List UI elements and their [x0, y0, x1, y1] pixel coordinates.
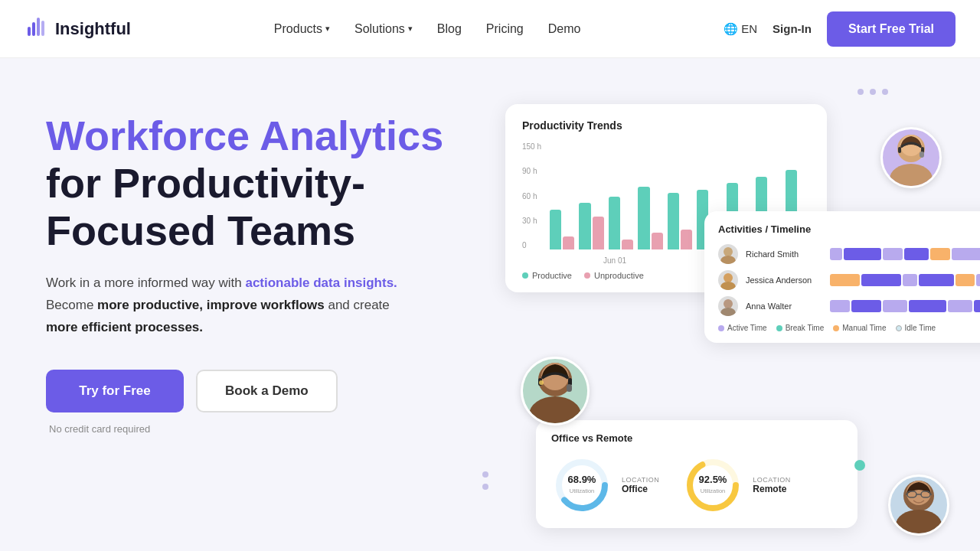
- remote-location-name: Remote: [753, 484, 790, 494]
- remote-gauge-svg: 92.5% Utilization: [682, 455, 743, 516]
- svg-rect-0: [28, 27, 31, 36]
- bar-unproductive: [593, 217, 604, 249]
- start-free-trial-button[interactable]: Start Free Trial: [827, 11, 956, 47]
- legend-manual: Manual Time: [833, 324, 886, 332]
- y-label: 30 h: [522, 217, 541, 225]
- bar-productive: [550, 210, 561, 249]
- svg-rect-1: [32, 22, 35, 36]
- bar-productive: [638, 187, 649, 249]
- office-location-label: LOCATION: [622, 476, 659, 484]
- office-gauges: 68.9% Utilization LOCATION Office 92.5% …: [551, 455, 842, 516]
- avatar: [718, 244, 738, 264]
- dot: [882, 89, 888, 95]
- svg-text:92.5%: 92.5%: [699, 474, 727, 485]
- y-label: 150 h: [522, 142, 541, 151]
- logo-text: Insightful: [55, 19, 131, 39]
- office-gauge-svg: 68.9% Utilization: [551, 455, 612, 516]
- svg-text:Utilization: Utilization: [701, 487, 726, 494]
- hero-buttons: Try for Free Book a Demo: [46, 370, 490, 412]
- logo[interactable]: Insightful: [24, 15, 131, 44]
- bar-productive: [668, 193, 679, 249]
- avatar-mid-left: [521, 357, 590, 425]
- nav-products[interactable]: Products ▾: [274, 22, 330, 36]
- legend-productive: Productive: [522, 271, 572, 280]
- bar-group: [579, 203, 603, 249]
- lang-label: EN: [741, 22, 757, 35]
- dot: [870, 89, 876, 95]
- office-vs-remote-card: Office vs Remote 68.9% Utilization LOCAT…: [536, 420, 858, 528]
- hero-left: Workforce Analytics for Productivity- Fo…: [46, 104, 490, 435]
- avatar-bottom-right: [888, 474, 949, 536]
- bar-group: [550, 210, 574, 249]
- legend-unproductive: Unproductive: [584, 271, 644, 280]
- book-demo-button[interactable]: Book a Demo: [196, 370, 338, 412]
- svg-point-10: [724, 247, 733, 256]
- hero-title: Workforce Analytics for Productivity- Fo…: [46, 112, 490, 254]
- remote-gauge: 92.5% Utilization LOCATION Remote: [682, 455, 790, 516]
- nav-pricing[interactable]: Pricing: [486, 22, 524, 36]
- office-remote-title: Office vs Remote: [551, 432, 842, 444]
- hero-section: Workforce Analytics for Productivity- Fo…: [0, 58, 980, 551]
- y-label: 60 h: [522, 192, 541, 201]
- legend-active: Active Time: [718, 324, 767, 332]
- timeline-bar: [830, 248, 980, 260]
- x-label: Jun 01: [603, 256, 626, 265]
- svg-point-22: [539, 380, 544, 385]
- nav-solutions[interactable]: Solutions ▾: [354, 22, 413, 36]
- table-row: Anna Walter: [718, 296, 980, 316]
- office-info: LOCATION Office: [622, 476, 659, 494]
- svg-rect-21: [567, 384, 572, 392]
- user-name: Jessica Anderson: [746, 276, 822, 285]
- idle-dot: [896, 325, 902, 331]
- svg-text:68.9%: 68.9%: [568, 474, 596, 485]
- trends-title: Productivity Trends: [522, 119, 810, 132]
- legend-idle: Idle Time: [896, 324, 936, 332]
- chevron-down-icon: ▾: [408, 24, 413, 34]
- table-row: Jessica Anderson: [718, 270, 980, 290]
- timeline-bar: [830, 274, 980, 286]
- svg-text:Utilization: Utilization: [570, 487, 595, 494]
- teal-accent-dot: [854, 460, 865, 471]
- idle-label: Idle Time: [905, 324, 936, 332]
- timeline-bar: [830, 300, 980, 312]
- active-label: Active Time: [727, 324, 767, 332]
- break-dot: [776, 325, 782, 331]
- y-axis-labels: 150 h 90 h 60 h 30 h 0: [522, 142, 541, 249]
- avatar: [718, 296, 738, 316]
- unproductive-dot: [584, 272, 590, 279]
- office-gauge: 68.9% Utilization LOCATION Office: [551, 455, 659, 516]
- nav-demo[interactable]: Demo: [548, 22, 581, 36]
- chevron-down-icon: ▾: [325, 24, 330, 34]
- try-for-free-button[interactable]: Try for Free: [46, 370, 184, 412]
- svg-point-14: [724, 299, 733, 308]
- user-name: Anna Walter: [746, 302, 822, 311]
- svg-point-15: [720, 308, 736, 316]
- y-label: 90 h: [522, 167, 541, 175]
- hero-right: Productivity Trends 150 h 90 h 60 h 30 h…: [490, 104, 934, 551]
- dot: [482, 471, 488, 478]
- avatar-top-right: [880, 127, 942, 188]
- svg-point-12: [724, 273, 733, 282]
- language-selector[interactable]: 🌐 EN: [724, 22, 757, 36]
- bar-unproductive: [563, 236, 574, 249]
- nav-links: Products ▾ Solutions ▾ Blog Pricing Demo: [274, 22, 581, 36]
- bar-productive: [579, 203, 590, 249]
- signin-link[interactable]: Sign-In: [773, 22, 812, 35]
- dot: [858, 89, 864, 95]
- nav-blog[interactable]: Blog: [437, 22, 462, 36]
- svg-point-11: [720, 256, 736, 264]
- timeline-legend: Active Time Break Time Manual Time Idle …: [718, 324, 980, 332]
- legend-break: Break Time: [776, 324, 825, 332]
- bar-group: [609, 197, 633, 249]
- globe-icon: 🌐: [724, 22, 738, 36]
- timeline-rows: Richard Smith: [718, 244, 980, 316]
- logo-icon: [24, 15, 49, 44]
- dot: [482, 484, 488, 490]
- decorative-dots-bottom: [482, 471, 488, 490]
- svg-rect-3: [41, 21, 44, 36]
- bar-unproductive: [681, 230, 692, 249]
- user-name: Richard Smith: [746, 249, 822, 259]
- svg-rect-9: [920, 152, 924, 158]
- unproductive-label: Unproductive: [594, 271, 644, 280]
- timeline-title: Activities / Timeline: [718, 223, 980, 235]
